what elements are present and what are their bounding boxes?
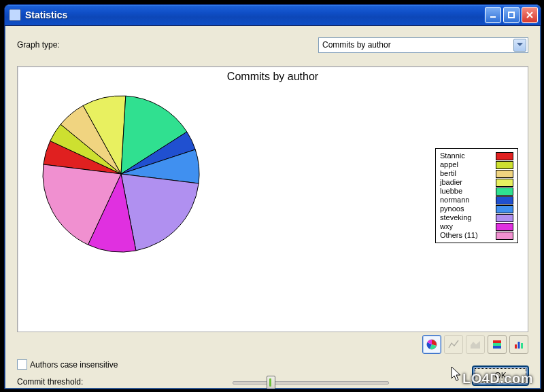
legend-item: steveking bbox=[440, 213, 513, 222]
commit-threshold-slider[interactable] bbox=[233, 374, 389, 389]
authors-case-row: Authors case insensitive bbox=[17, 359, 118, 370]
legend-swatch bbox=[496, 152, 513, 160]
legend-swatch bbox=[496, 205, 513, 213]
legend-item: luebbe bbox=[440, 187, 513, 196]
legend-item: normann bbox=[440, 196, 513, 204]
minimize-button[interactable] bbox=[485, 7, 501, 23]
svg-rect-5 bbox=[493, 346, 501, 349]
window-buttons bbox=[485, 7, 538, 23]
chart-title: Commits by author bbox=[18, 71, 528, 83]
legend-label: Others (11) bbox=[440, 231, 492, 240]
legend-item: Stannic bbox=[440, 152, 513, 160]
graph-type-row: Graph type: Commits by author bbox=[17, 37, 528, 52]
slider-track bbox=[233, 381, 389, 385]
legend-item: bertil bbox=[440, 169, 513, 178]
legend-swatch bbox=[496, 188, 513, 196]
window-frame: Statistics Graph type: Commits by author bbox=[4, 4, 541, 389]
svg-rect-0 bbox=[490, 16, 496, 18]
graph-type-value: Commits by author bbox=[322, 40, 391, 50]
chart-type-toolbar bbox=[422, 335, 528, 354]
chevron-down-icon bbox=[513, 39, 526, 52]
legend-swatch bbox=[496, 232, 513, 240]
legend-label: pynoos bbox=[440, 204, 492, 213]
legend-swatch bbox=[496, 223, 513, 231]
svg-rect-7 bbox=[518, 342, 520, 349]
legend-item: appel bbox=[440, 160, 513, 169]
commit-threshold-label: Commit threshold: bbox=[17, 377, 83, 387]
svg-rect-4 bbox=[493, 343, 501, 346]
slider-thumb[interactable] bbox=[267, 376, 275, 389]
maximize-button[interactable] bbox=[503, 7, 520, 23]
legend-item: jbadier bbox=[440, 178, 513, 187]
graph-type-select[interactable]: Commits by author bbox=[318, 37, 528, 53]
legend-label: steveking bbox=[440, 213, 492, 222]
legend-label: bertil bbox=[440, 169, 492, 178]
svg-rect-6 bbox=[515, 344, 517, 349]
bar-chart-button[interactable] bbox=[509, 335, 528, 354]
legend-label: Stannic bbox=[440, 152, 492, 160]
svg-rect-1 bbox=[509, 12, 514, 18]
titlebar[interactable]: Statistics bbox=[5, 5, 541, 26]
svg-rect-8 bbox=[521, 343, 523, 349]
legend-swatch bbox=[496, 214, 513, 222]
app-icon bbox=[9, 9, 21, 21]
legend-item: pynoos bbox=[440, 204, 513, 213]
legend-item: wxy bbox=[440, 222, 513, 231]
pie-chart-button[interactable] bbox=[422, 335, 441, 354]
stacked-bar-button[interactable] bbox=[488, 335, 507, 354]
legend-label: normann bbox=[440, 196, 492, 204]
close-button[interactable] bbox=[522, 7, 538, 23]
line-chart-button[interactable] bbox=[444, 335, 463, 354]
area-chart-button[interactable] bbox=[466, 335, 485, 354]
ok-button[interactable]: OK bbox=[473, 366, 528, 385]
pie-chart bbox=[41, 94, 201, 254]
authors-case-label: Authors case insensitive bbox=[30, 360, 118, 370]
legend-swatch bbox=[496, 161, 513, 169]
svg-rect-3 bbox=[493, 340, 501, 343]
authors-case-checkbox[interactable] bbox=[17, 359, 27, 370]
client-area: Graph type: Commits by author Commits by… bbox=[7, 28, 538, 386]
graph-type-label: Graph type: bbox=[17, 40, 60, 50]
window-title: Statistics bbox=[25, 10, 485, 20]
ok-label: OK bbox=[494, 371, 506, 380]
legend-label: wxy bbox=[440, 222, 492, 231]
legend-label: jbadier bbox=[440, 178, 492, 187]
legend-item: Others (11) bbox=[440, 231, 513, 240]
legend-swatch bbox=[496, 170, 513, 178]
commit-threshold-row: Commit threshold: bbox=[17, 374, 528, 389]
legend-swatch bbox=[496, 196, 513, 204]
legend-label: luebbe bbox=[440, 187, 492, 196]
legend: Stannicappelbertiljbadierluebbenormannpy… bbox=[435, 148, 518, 243]
legend-swatch bbox=[496, 179, 513, 187]
graph-frame: Commits by author Stannicappelbertiljbad… bbox=[17, 66, 528, 332]
legend-label: appel bbox=[440, 160, 492, 169]
